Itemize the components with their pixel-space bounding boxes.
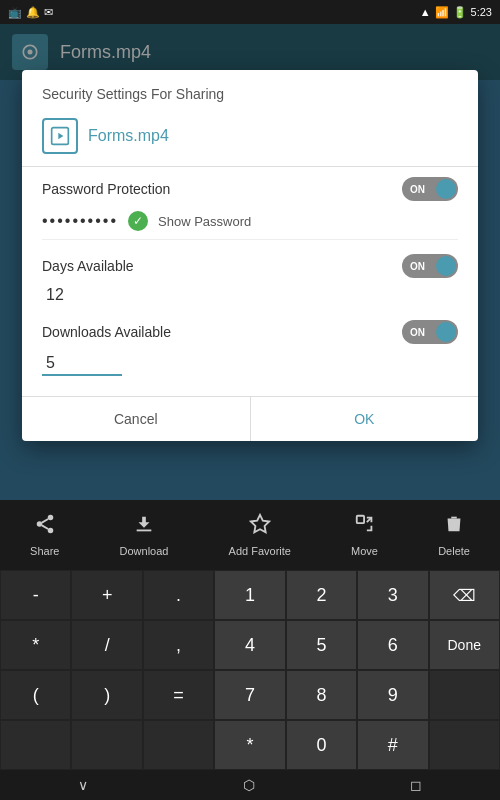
password-dots: •••••••••• (42, 212, 118, 230)
downloads-input[interactable] (42, 352, 122, 376)
dialog-file-info: Forms.mp4 (22, 110, 478, 167)
days-toggle-label: ON (410, 261, 425, 272)
key-empty-r4-1 (0, 720, 71, 770)
nav-bar: ∨ ⬡ ◻ (0, 770, 500, 800)
days-value-row: 12 (42, 284, 458, 306)
notification-icon: 🔔 (26, 6, 40, 19)
svg-rect-8 (137, 530, 152, 532)
action-share[interactable]: Share (30, 513, 59, 557)
svg-marker-9 (251, 515, 269, 532)
mail-icon: ✉ (44, 6, 53, 19)
svg-line-7 (42, 519, 48, 523)
key-8[interactable]: 8 (286, 670, 357, 720)
svg-line-6 (42, 525, 48, 529)
security-dialog: Security Settings For Sharing Forms.mp4 … (22, 70, 478, 441)
password-protection-section: Password Protection ON •••••••••• ✓ Show… (22, 167, 478, 244)
key-dot[interactable]: . (143, 570, 214, 620)
move-label: Move (351, 545, 378, 557)
nav-home-button[interactable]: ⬡ (243, 777, 255, 793)
key-plus[interactable]: + (71, 570, 142, 620)
share-label: Share (30, 545, 59, 557)
key-3[interactable]: 3 (357, 570, 428, 620)
key-empty-r4-4 (429, 720, 500, 770)
download-icon (133, 513, 155, 541)
show-password-label: Show Password (158, 214, 251, 229)
keyboard-row-4: * 0 # (0, 720, 500, 770)
key-comma[interactable]: , (143, 620, 214, 670)
key-4[interactable]: 4 (214, 620, 285, 670)
password-toggle[interactable]: ON (402, 177, 458, 201)
svg-marker-2 (58, 133, 63, 140)
dialog-title: Security Settings For Sharing (22, 70, 478, 110)
key-slash[interactable]: / (71, 620, 142, 670)
days-available-section: Days Available ON 12 (22, 244, 478, 310)
share-icon (34, 513, 56, 541)
keyboard-row-3: ( ) = 7 8 9 (0, 670, 500, 720)
status-bar: 📺 🔔 ✉ ▲ 📶 🔋 5:23 (0, 0, 500, 24)
key-empty-r3 (429, 670, 500, 720)
favorite-label: Add Favorite (229, 545, 291, 557)
download-label: Download (120, 545, 169, 557)
move-icon (354, 513, 376, 541)
dialog-buttons: Cancel OK (22, 396, 478, 441)
downloads-toggle[interactable]: ON (402, 320, 458, 344)
cancel-button[interactable]: Cancel (22, 397, 250, 441)
action-favorite[interactable]: Add Favorite (229, 513, 291, 557)
key-1[interactable]: 1 (214, 570, 285, 620)
key-empty-r4-2 (71, 720, 142, 770)
svg-point-4 (36, 521, 42, 527)
keyboard-row-1: - + . 1 2 3 ⌫ (0, 570, 500, 620)
svg-rect-10 (356, 516, 363, 523)
downloads-label: Downloads Available (42, 324, 171, 340)
days-toggle-knob (436, 256, 456, 276)
file-icon (42, 118, 78, 154)
key-0[interactable]: 0 (286, 720, 357, 770)
downloads-toggle-label: ON (410, 327, 425, 338)
battery-icon: 🔋 (453, 6, 467, 19)
key-5[interactable]: 5 (286, 620, 357, 670)
days-value: 12 (42, 284, 68, 306)
action-delete[interactable]: Delete (438, 513, 470, 557)
downloads-section: Downloads Available ON (22, 310, 478, 388)
password-toggle-label: ON (410, 184, 425, 195)
password-check-icon: ✓ (128, 211, 148, 231)
time-label: 5:23 (471, 6, 492, 18)
action-bar: Share Download Add Favorite Move Delete (0, 500, 500, 570)
delete-icon (443, 513, 465, 541)
ok-button[interactable]: OK (251, 397, 479, 441)
svg-point-3 (47, 515, 53, 521)
key-equals[interactable]: = (143, 670, 214, 720)
key-close-paren[interactable]: ) (71, 670, 142, 720)
action-download[interactable]: Download (120, 513, 169, 557)
key-backspace[interactable]: ⌫ (429, 570, 500, 620)
days-available-row: Days Available ON (42, 254, 458, 278)
key-minus[interactable]: - (0, 570, 71, 620)
key-done[interactable]: Done (429, 620, 500, 670)
key-2[interactable]: 2 (286, 570, 357, 620)
signal-icon: 📶 (435, 6, 449, 19)
numeric-keyboard: - + . 1 2 3 ⌫ * / , 4 5 6 Done ( ) = 7 8… (0, 570, 500, 770)
days-toggle[interactable]: ON (402, 254, 458, 278)
file-name-label: Forms.mp4 (88, 127, 169, 145)
key-open-paren[interactable]: ( (0, 670, 71, 720)
days-available-label: Days Available (42, 258, 134, 274)
key-6[interactable]: 6 (357, 620, 428, 670)
key-hash[interactable]: # (357, 720, 428, 770)
action-move[interactable]: Move (351, 513, 378, 557)
key-7[interactable]: 7 (214, 670, 285, 720)
status-icons-left: 📺 🔔 ✉ (8, 6, 53, 19)
wifi-icon: ▲ (420, 6, 431, 18)
key-empty-r4-3 (143, 720, 214, 770)
key-star[interactable]: * (214, 720, 285, 770)
password-protection-label: Password Protection (42, 181, 170, 197)
svg-point-5 (47, 528, 53, 534)
password-row: •••••••••• ✓ Show Password (42, 207, 458, 240)
nav-recents-button[interactable]: ◻ (410, 777, 422, 793)
downloads-toggle-knob (436, 322, 456, 342)
delete-label: Delete (438, 545, 470, 557)
key-9[interactable]: 9 (357, 670, 428, 720)
nav-back-button[interactable]: ∨ (78, 777, 88, 793)
status-icons-right: ▲ 📶 🔋 5:23 (420, 6, 492, 19)
toggle-knob (436, 179, 456, 199)
key-asterisk[interactable]: * (0, 620, 71, 670)
